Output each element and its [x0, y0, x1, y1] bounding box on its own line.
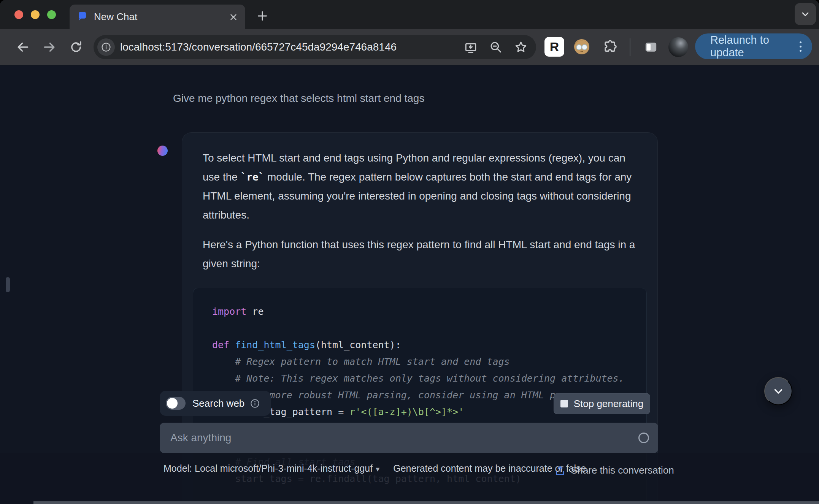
user-message: Give me python regex that selects html s… — [173, 92, 424, 105]
site-info-icon[interactable] — [97, 38, 115, 56]
install-app-icon[interactable] — [464, 40, 478, 54]
relaunch-to-update-button[interactable]: Relaunch to update — [695, 33, 812, 59]
stop-generating-button[interactable]: Stop generating — [554, 393, 650, 414]
minimize-window-button[interactable] — [31, 10, 40, 19]
model-footer-note: Model: Local microsoft/Phi-3-mini-4k-ins… — [163, 461, 616, 477]
side-panel-icon[interactable] — [643, 40, 659, 55]
close-window-button[interactable] — [14, 10, 23, 19]
chat-page: Give me python regex that selects html s… — [0, 66, 819, 504]
scroll-to-bottom-button[interactable] — [764, 377, 792, 405]
inline-code-re: `re` — [241, 171, 265, 183]
stop-generating-label: Stop generating — [574, 398, 644, 410]
share-upload-icon — [554, 465, 566, 476]
profile-avatar[interactable] — [668, 37, 688, 57]
chat-bubble-favicon-icon — [76, 11, 88, 23]
toggle-knob — [167, 398, 178, 409]
code-line: # Note: This regex matches only tags wit… — [212, 370, 643, 387]
code-line: import re — [212, 303, 643, 320]
browser-menu-dots-icon[interactable] — [800, 41, 802, 52]
toolbar-divider — [630, 38, 630, 56]
extension-r-icon[interactable]: R — [544, 37, 564, 57]
url-text[interactable]: localhost:5173/conversation/665727c45da9… — [120, 41, 464, 53]
relaunch-label: Relaunch to update — [710, 34, 800, 59]
browser-titlebar: New Chat — [0, 0, 819, 29]
new-tab-button[interactable] — [253, 7, 271, 25]
share-conversation-button[interactable]: Share this conversation — [554, 464, 674, 476]
tab-close-icon[interactable] — [229, 12, 238, 22]
address-bar[interactable]: localhost:5173/conversation/665727c45da9… — [94, 35, 536, 59]
browser-window: New Chat localhost:5173/conversation/665… — [0, 0, 819, 504]
tab-search-chevron-icon[interactable] — [795, 3, 816, 25]
code-line — [212, 320, 643, 337]
zoom-window-button[interactable] — [47, 10, 56, 19]
model-caret-icon[interactable]: ▾ — [376, 465, 379, 473]
search-web-toggle[interactable] — [166, 397, 186, 410]
extensions-puzzle-icon[interactable] — [603, 40, 618, 55]
share-conversation-label: Share this conversation — [571, 464, 674, 476]
code-line: # Regex pattern to match HTML start and … — [212, 353, 643, 370]
browser-tab[interactable]: New Chat — [70, 5, 245, 29]
sidebar-drag-handle[interactable] — [6, 277, 10, 292]
stop-square-icon — [560, 400, 568, 407]
horizontal-scrollbar[interactable] — [33, 501, 819, 504]
message-input-bar[interactable] — [160, 423, 658, 453]
model-name-text[interactable]: Model: Local microsoft/Phi-3-mini-4k-ins… — [163, 463, 373, 474]
back-button[interactable] — [15, 40, 30, 55]
generating-spinner-icon — [638, 433, 649, 443]
search-web-label: Search web — [192, 398, 244, 409]
assistant-paragraph-2: Here's a Python function that uses this … — [182, 235, 657, 273]
extension-avatar-face-icon[interactable] — [573, 38, 591, 56]
forward-button[interactable] — [42, 40, 57, 55]
tab-title: New Chat — [94, 11, 229, 23]
search-web-info-icon[interactable] — [250, 398, 260, 409]
reload-button[interactable] — [68, 40, 84, 55]
bookmark-star-icon[interactable] — [514, 40, 528, 54]
message-input[interactable] — [160, 423, 658, 453]
search-web-panel: Search web — [160, 391, 271, 416]
assistant-avatar — [157, 146, 168, 156]
code-line: def find_html_tags(html_content): — [212, 337, 643, 353]
assistant-paragraph-1: To select HTML start and end tags using … — [182, 149, 657, 225]
window-controls — [14, 10, 56, 19]
zoom-out-icon[interactable] — [489, 40, 503, 54]
